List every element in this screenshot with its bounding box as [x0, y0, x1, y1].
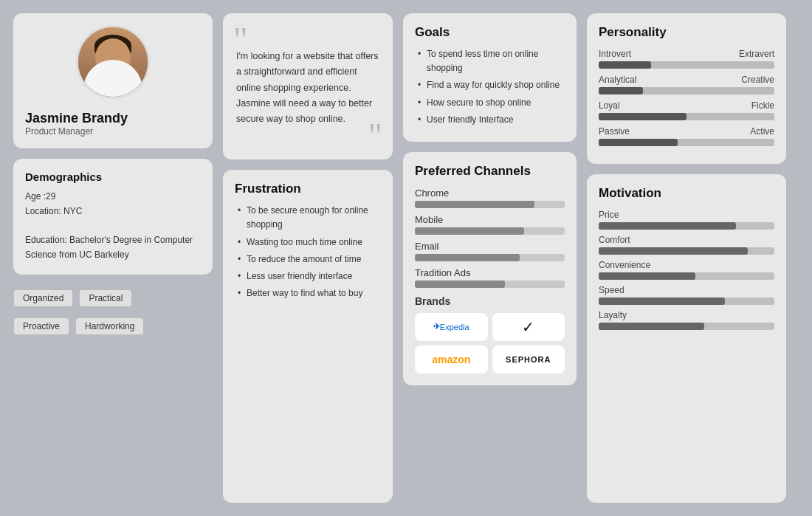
brand-amazon: amazon [415, 345, 488, 374]
demographics-title: Demographics [25, 171, 201, 183]
brand-expedia-label: Expedia [440, 323, 469, 331]
channel-label: Chrome [415, 188, 565, 199]
trait-right-label: Active [750, 126, 774, 137]
brands-grid: ✈ Expedia ✓ amazon SEPHORA [415, 313, 565, 374]
demographics-education: Education: Bachelor's Degree in Computer… [25, 233, 201, 263]
demographics-card: Demographics Age :29 Location: NYC Educa… [13, 159, 213, 275]
quote-close-icon: " [368, 118, 382, 154]
trait-left-label: Analytical [599, 75, 636, 85]
list-item: User friendly Interface [415, 113, 565, 127]
motivation-speed: Speed [599, 285, 774, 305]
trait-right-label: Fickle [751, 100, 774, 111]
quote-open-icon: " [233, 22, 248, 58]
tag-proactive: Proactive [13, 317, 69, 335]
quote-text: I'm looking for a website that offers a … [236, 28, 379, 145]
trait-analytical-creative: Analytical Creative [599, 75, 774, 94]
list-item: Wasting too much time online [235, 235, 381, 250]
trait-left-label: Loyal [599, 100, 620, 111]
list-item: Less user friendly interface [235, 269, 381, 283]
motivation-label: Price [599, 210, 774, 220]
motivation-label: Convenience [599, 260, 774, 270]
profile-name: Jasmine Brandy [25, 111, 201, 126]
channel-chrome: Chrome [415, 188, 565, 208]
channel-label: Email [415, 241, 565, 252]
motivation-label: Speed [599, 285, 774, 295]
profile-title: Product Manager [25, 126, 93, 137]
channel-mobile: Mobile [415, 214, 565, 235]
trait-left-label: Introvert [599, 49, 631, 59]
tag-organized: Organized [13, 289, 73, 307]
motivation-title: Motivation [599, 186, 774, 201]
brand-amazon-label: amazon [432, 354, 470, 365]
personality-title: Personality [599, 25, 774, 40]
trait-right-label: Creative [741, 75, 774, 85]
demographics-location: Location: NYC [25, 204, 201, 219]
tag-practical: Practical [79, 289, 132, 307]
motivation-price: Price [599, 210, 774, 230]
brands-title: Brands [415, 295, 565, 307]
frustration-title: Frustration [235, 182, 381, 196]
goals-card: Goals To spend less time on online shopp… [403, 13, 577, 142]
quote-card: " I'm looking for a website that offers … [223, 13, 393, 159]
trait-loyal-fickle: Loyal Fickle [599, 100, 774, 120]
brand-nike: ✓ [492, 313, 565, 341]
frustration-card: Frustration To be secure enough for onli… [223, 170, 393, 503]
tags-section: Organized Practical Proactive Hardworkin… [13, 285, 213, 335]
list-item: To reduce the amount of time [235, 252, 381, 266]
demographics-age: Age :29 [25, 189, 201, 204]
trait-left-label: Passive [599, 126, 630, 137]
brands-section: Brands ✈ Expedia ✓ amazon SEPHORA [415, 295, 565, 374]
motivation-label: Layalty [599, 310, 774, 320]
list-item: Better way to find what to buy [235, 286, 381, 300]
channels-title: Preferred Channels [415, 164, 565, 179]
list-item: How secure to shop online [415, 96, 565, 110]
list-item: Find a way for quickly shop online [415, 78, 565, 92]
list-item: To spend less time on online shopping [415, 47, 565, 75]
profile-card: Jasmine Brandy Product Manager [13, 13, 213, 148]
motivation-card: Motivation Price Comfort Convenience Spe… [587, 174, 786, 503]
channel-email: Email [415, 241, 565, 261]
trait-introvert-extravert: Introvert Extravert [599, 49, 774, 69]
tag-hardworking: Hardworking [75, 317, 144, 335]
channels-card: Preferred Channels Chrome Mobile Email T… [403, 152, 577, 385]
motivation-convenience: Convenience [599, 260, 774, 280]
personality-card: Personality Introvert Extravert Analytic… [587, 13, 786, 164]
goals-title: Goals [415, 25, 565, 40]
brand-expedia: ✈ Expedia [415, 313, 488, 341]
frustration-list: To be secure enough for online shopping … [235, 204, 381, 300]
avatar [76, 25, 150, 99]
channel-label: Tradition Ads [415, 267, 565, 278]
list-item: To be secure enough for online shopping [235, 204, 381, 232]
tags-row-1: Organized Practical [13, 289, 213, 307]
nike-swoosh-icon: ✓ [522, 318, 534, 336]
brand-sephora: SEPHORA [492, 345, 565, 374]
trait-right-label: Extravert [739, 49, 774, 59]
channel-tradition-ads: Tradition Ads [415, 267, 565, 288]
trait-passive-active: Passive Active [599, 126, 774, 146]
tags-row-2: Proactive Hardworking [13, 317, 213, 335]
goals-list: To spend less time on online shopping Fi… [415, 47, 565, 127]
channel-label: Mobile [415, 214, 565, 225]
motivation-layalty: Layalty [599, 310, 774, 330]
motivation-label: Comfort [599, 235, 774, 245]
motivation-comfort: Comfort [599, 235, 774, 255]
brand-sephora-label: SEPHORA [506, 355, 551, 364]
